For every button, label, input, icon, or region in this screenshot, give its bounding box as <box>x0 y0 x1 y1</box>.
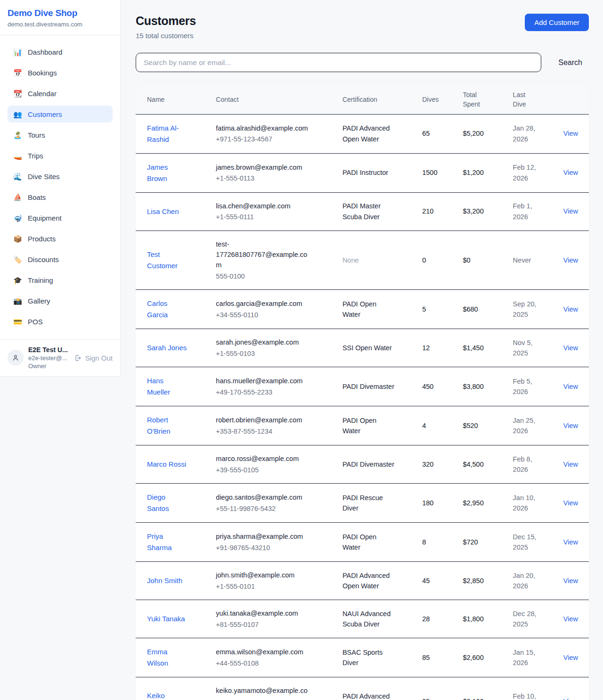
customer-certification: PADI Open Water <box>342 417 376 435</box>
view-customer-link[interactable]: View <box>563 169 578 176</box>
customer-name-link[interactable]: Marco Rossi <box>147 460 186 468</box>
customer-email: james.brown@example.com <box>216 162 308 173</box>
sign-out-label: Sign Out <box>85 354 113 362</box>
view-customer-link[interactable]: View <box>563 130 578 137</box>
customer-name-link[interactable]: Yuki Tanaka <box>147 615 185 623</box>
customer-total-spent: $0 <box>463 256 470 264</box>
sidebar-item-products[interactable]: 📦 Products <box>8 230 113 247</box>
sidebar-item-bookings[interactable]: 📅 Bookings <box>8 64 113 81</box>
sidebar-item-pos[interactable]: 💳 POS <box>8 313 113 330</box>
sidebar-item-discounts[interactable]: 🏷️ Discounts <box>8 251 113 268</box>
view-customer-link[interactable]: View <box>563 383 578 390</box>
customer-name-link[interactable]: Fatima Al-Rashid <box>147 124 179 143</box>
view-customer-link[interactable]: View <box>563 344 578 352</box>
customer-name-link[interactable]: Robert O'Brien <box>147 416 171 435</box>
customer-dives: 210 <box>422 207 433 215</box>
customer-last-dive: Sep 20, 2025 <box>513 300 537 318</box>
customer-total-spent: $3,800 <box>463 383 483 390</box>
table-row: Lisa Chen lisa.chen@example.com +1-555-0… <box>136 192 589 231</box>
customer-total-spent: $2,600 <box>463 654 483 661</box>
credit-card-icon: 💳 <box>13 318 22 325</box>
sidebar-item-boats[interactable]: ⛵ Boats <box>8 189 113 206</box>
customer-last-dive: Jan 28, 2026 <box>513 124 536 142</box>
add-customer-button[interactable]: Add Customer <box>525 14 589 31</box>
customer-name-link[interactable]: Emma Wilson <box>147 648 168 667</box>
wave-icon: 🌊 <box>13 173 22 180</box>
user-role: Owner <box>28 362 68 370</box>
view-customer-link[interactable]: View <box>563 422 578 429</box>
table-row: Emma Wilson emma.wilson@example.com +44-… <box>136 638 589 677</box>
customer-name-link[interactable]: Lisa Chen <box>147 207 179 215</box>
customer-last-dive: Jan 10, 2026 <box>513 494 536 512</box>
page-header: Customers 15 total customers Add Custome… <box>136 12 589 40</box>
view-customer-link[interactable]: View <box>563 615 578 623</box>
customer-email: hans.mueller@example.com <box>216 376 308 386</box>
sidebar-item-label: Training <box>28 276 53 284</box>
camera-flash-icon: 📸 <box>13 297 22 305</box>
customer-name-link[interactable]: Diego Santos <box>147 493 169 512</box>
brand-name: Demo Dive Shop <box>8 8 113 18</box>
table-row: Marco Rossi marco.rossi@example.com +39-… <box>136 445 589 484</box>
customer-last-dive: Feb 8, 2026 <box>513 455 532 473</box>
sidebar-item-tours[interactable]: 🏝️ Tours <box>8 126 113 143</box>
customer-name-link[interactable]: Sarah Jones <box>147 344 187 352</box>
view-customer-link[interactable]: View <box>563 207 578 215</box>
column-header-actions <box>558 85 589 114</box>
sidebar-item-equipment[interactable]: 🤿 Equipment <box>8 209 113 226</box>
customer-name-link[interactable]: Hans Mueller <box>147 377 170 396</box>
search-input[interactable] <box>136 53 541 72</box>
sidebar-item-label: Calendar <box>28 90 57 98</box>
customer-name-link[interactable]: Carlos Garcia <box>147 299 168 319</box>
view-customer-link[interactable]: View <box>563 538 578 546</box>
customer-phone: +1-555-0103 <box>216 348 308 359</box>
table-row: Carlos Garcia carlos.garcia@example.com … <box>136 290 589 329</box>
customer-phone: +353-87-555-1234 <box>216 426 308 436</box>
customer-phone: +81-555-0107 <box>216 619 308 630</box>
view-customer-link[interactable]: View <box>563 256 578 264</box>
search-button[interactable]: Search <box>541 58 589 67</box>
customer-last-dive: Dec 15, 2025 <box>513 533 537 551</box>
table-row: James Brown james.brown@example.com +1-5… <box>136 153 589 192</box>
customer-name-link[interactable]: Priya Sharma <box>147 532 172 552</box>
sidebar-item-label: Equipment <box>28 214 62 222</box>
user-name: E2E Test U... <box>28 346 68 354</box>
sidebar-item-gallery[interactable]: 📸 Gallery <box>8 292 113 309</box>
person-icon <box>11 354 20 362</box>
customer-count: 15 total customers <box>136 32 196 40</box>
island-icon: 🏝️ <box>13 132 22 139</box>
customer-phone: +44-555-0108 <box>216 658 308 668</box>
sidebar-item-label: Customers <box>28 110 62 118</box>
table-row: Priya Sharma priya.sharma@example.com +9… <box>136 523 589 562</box>
speedboat-icon: 🚤 <box>13 152 22 159</box>
customer-dives: 4 <box>422 422 426 429</box>
customer-total-spent: $5,200 <box>463 130 483 137</box>
customer-dives: 85 <box>422 654 430 661</box>
customer-name-link[interactable]: John Smith <box>147 576 182 585</box>
sidebar-item-dashboard[interactable]: 📊 Dashboard <box>8 43 113 60</box>
customer-total-spent: $680 <box>463 305 478 313</box>
customer-name-link[interactable]: Test Customer <box>147 250 178 270</box>
view-customer-link[interactable]: View <box>563 499 578 507</box>
customer-certification: PADI Rescue Diver <box>342 494 383 512</box>
sidebar-item-customers[interactable]: 👥 Customers <box>8 106 113 123</box>
view-customer-link[interactable]: View <box>563 305 578 313</box>
view-customer-link[interactable]: View <box>563 461 578 468</box>
customer-total-spent: $1,800 <box>463 615 483 623</box>
view-customer-link[interactable]: View <box>563 577 578 585</box>
sidebar-item-trips[interactable]: 🚤 Trips <box>8 147 113 164</box>
label-tag-icon: 🏷️ <box>13 256 22 263</box>
customer-email: john.smith@example.com <box>216 570 308 580</box>
customer-name-link[interactable]: James Brown <box>147 163 168 182</box>
sign-out-button[interactable]: Sign Out <box>74 354 113 362</box>
sidebar: Demo Dive Shop demo.test.divestreams.com… <box>0 0 121 377</box>
customer-name-link[interactable]: Keiko Yamamoto <box>147 692 180 700</box>
sidebar-item-calendar[interactable]: 📆 Calendar <box>8 85 113 102</box>
view-customer-link[interactable]: View <box>563 698 578 700</box>
customer-dives: 180 <box>422 499 433 507</box>
sidebar-item-training[interactable]: 🎓 Training <box>8 272 113 288</box>
customer-email: marco.rossi@example.com <box>216 453 308 464</box>
table-header-row: Name Contact Certification Dives Total S… <box>136 85 589 114</box>
sidebar-item-dive-sites[interactable]: 🌊 Dive Sites <box>8 168 113 185</box>
customer-last-dive: Feb 5, 2026 <box>513 378 532 395</box>
view-customer-link[interactable]: View <box>563 654 578 661</box>
